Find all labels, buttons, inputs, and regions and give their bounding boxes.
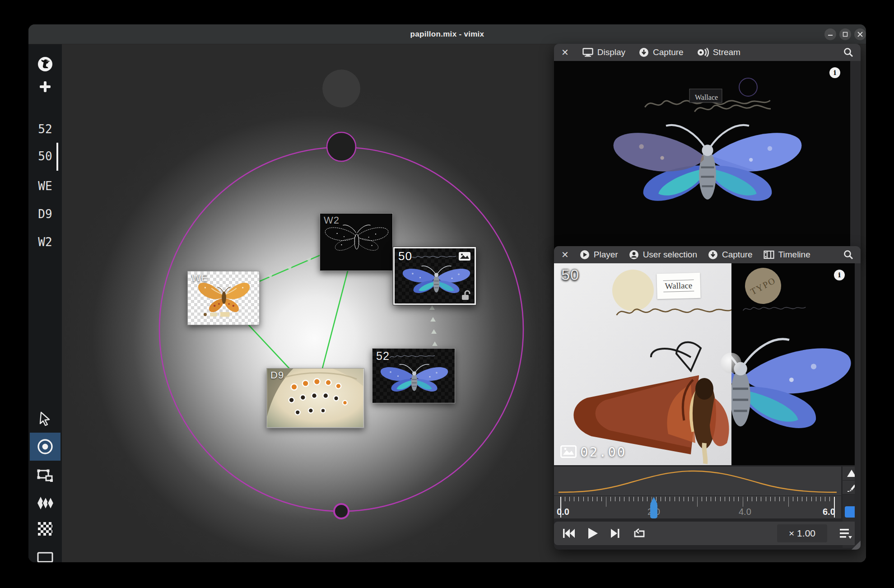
ruler-tick [761,497,761,501]
playhead[interactable] [649,497,659,518]
mixing-ring[interactable] [159,147,523,511]
window-title: papillon.mix - vimix [410,30,484,39]
vimix-logo[interactable] [28,56,62,72]
tab-stream[interactable]: Stream [697,47,740,57]
ruler-tick [610,497,611,501]
ruler-tick [720,497,721,501]
ruler-tick [784,497,784,501]
ruler-tick [578,497,579,501]
ruler-tick [788,497,789,507]
ruler-tick [752,497,752,501]
output-ghost-circle [322,70,360,107]
ruler-tick [738,497,739,501]
ruler-tick [702,497,702,501]
play-button[interactable] [587,527,598,539]
ruler-tick [592,497,593,501]
timeline-curve-area[interactable] [554,467,841,495]
ring-node-top[interactable] [327,132,356,161]
player-preview[interactable]: Wallace TYPO 50 i [554,263,855,465]
app-window: papillon.mix - vimix [28,24,866,562]
tab-user-selection[interactable]: User selection [629,250,697,260]
panel-resize-handle[interactable] [852,541,861,550]
tool-cursor[interactable] [30,405,61,433]
output-panel-gutter [850,61,861,258]
tab-capture[interactable]: Capture [639,47,684,57]
search-icon[interactable] [843,47,853,57]
player-panel-header: ✕ Player User selection [554,246,861,263]
source-thumb-W2[interactable]: W2 [320,213,393,271]
ruler-tick [715,497,716,501]
tab-capture[interactable]: Capture [708,250,753,260]
ruler-tick [638,497,638,501]
ruler-tick [624,497,624,501]
playback-speed[interactable]: × 1.00 [777,524,827,542]
maximize-button[interactable] [839,28,851,40]
tick-label-0: 0.0 [557,507,569,517]
tool-geometry-view[interactable] [30,462,61,490]
tool-layers-view[interactable] [30,489,61,517]
ruler-tick [583,497,584,501]
specimen-card: Wallace [657,273,700,299]
mix-fader-handle[interactable] [721,353,741,373]
ruler-tick [770,497,771,501]
close-button[interactable] [854,28,866,40]
ruler-tick [775,497,775,501]
ruler-tick [601,497,602,501]
player-close-button[interactable]: ✕ [561,249,569,260]
output-preview: Wallace i [554,61,850,250]
tool-mixing-view[interactable] [30,433,61,461]
ruler-tick [697,497,698,507]
sidebar-source-WE[interactable]: WE [28,178,62,194]
ruler-tick [729,497,730,501]
player-panel: ✕ Player User selection [554,246,861,550]
info-icon[interactable]: i [829,67,840,78]
minimize-button[interactable] [824,28,836,40]
capture-icon [639,47,649,57]
sidebar-source-W2[interactable]: W2 [28,234,62,250]
ruler-tick [615,497,615,501]
source-thumb-50[interactable]: 50 [393,247,476,305]
loop-button[interactable] [633,527,646,539]
source-thumb-WE[interactable]: WE [187,271,260,325]
player-frame-right: TYPO [731,263,855,465]
search-icon[interactable] [843,250,853,260]
ruler-tick [806,497,807,501]
unlock-icon[interactable] [461,290,471,301]
output-close-button[interactable]: ✕ [561,47,569,58]
ruler-tick [647,497,647,501]
source-thumb-D9[interactable]: D9 [266,368,364,428]
tab-display[interactable]: Display [582,47,625,57]
tick-label-6: 6.0 [823,507,835,517]
ruler-tick [706,497,707,501]
skip-start-button[interactable] [562,528,576,539]
tool-display-view[interactable] [30,545,61,562]
thumb-label: W2 [324,215,340,226]
timeline-ruler[interactable]: 0.0 2.0 4.0 6.0 [554,496,841,518]
ruler-tick [684,497,684,501]
tab-timeline[interactable]: Timeline [764,250,810,260]
sidebar-source-D9[interactable]: D9 [28,206,62,222]
ruler-tick [665,497,666,501]
thumb-label: 52 [376,350,390,363]
ruler-tick [619,497,620,501]
source-thumb-52[interactable]: 52 [372,348,455,403]
tab-player[interactable]: Player [580,250,618,260]
ruler-tick [779,497,780,501]
player-menu-button[interactable] [839,527,852,539]
user-icon [629,250,639,260]
timeline-icon [764,250,774,259]
tool-texture-view[interactable] [30,515,61,543]
ruler-tick [802,497,802,501]
sidebar-source-52[interactable]: 52 [28,121,62,137]
ruler-tick [569,497,570,501]
image-type-icon [458,252,471,261]
source-sidebar: 52 50 WE D9 W2 [28,44,62,562]
info-icon[interactable]: i [834,270,845,280]
player-panel-gutter [855,263,861,550]
add-source-button[interactable] [28,79,62,95]
fading-curve [559,471,837,492]
image-type-icon [560,445,577,458]
ruler-tick [711,497,711,501]
ring-node-bottom[interactable] [334,504,349,518]
step-forward-button[interactable] [610,528,621,539]
